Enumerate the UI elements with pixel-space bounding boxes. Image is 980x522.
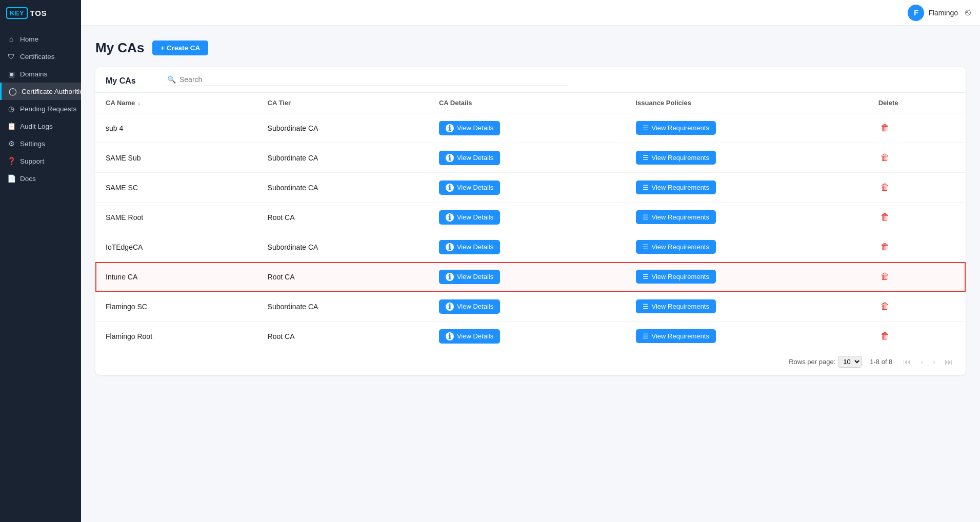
col-issuance-policies: Issuance Policies bbox=[626, 93, 868, 113]
logo-key: KEY bbox=[6, 7, 28, 19]
delete-button-0[interactable]: 🗑 bbox=[878, 121, 892, 135]
view-requirements-button-0[interactable]: ☰ View Requirements bbox=[636, 121, 716, 135]
next-page-button[interactable]: › bbox=[930, 356, 938, 368]
last-page-button[interactable]: ⏭ bbox=[942, 356, 955, 368]
cell-ca-name-1: SAME Sub bbox=[95, 143, 257, 173]
delete-button-7[interactable]: 🗑 bbox=[878, 329, 892, 344]
sidebar-item-settings[interactable]: ⚙ Settings bbox=[0, 135, 81, 152]
trash-icon-5: 🗑 bbox=[881, 271, 890, 282]
nav-icon-certificates: 🛡 bbox=[7, 52, 15, 61]
view-details-button-1[interactable]: ℹ View Details bbox=[439, 151, 500, 165]
sidebar-item-support[interactable]: ❓ Support bbox=[0, 152, 81, 170]
sidebar-item-certificates[interactable]: 🛡 Certificates bbox=[0, 48, 81, 65]
cell-ca-name-7: Flamingo Root bbox=[95, 322, 257, 351]
create-ca-button[interactable]: + Create CA bbox=[152, 41, 208, 55]
prev-page-button[interactable]: ‹ bbox=[918, 356, 926, 368]
view-requirements-button-3[interactable]: ☰ View Requirements bbox=[636, 210, 716, 224]
view-requirements-button-1[interactable]: ☰ View Requirements bbox=[636, 151, 716, 165]
cell-ca-tier-2: Subordinate CA bbox=[257, 173, 429, 203]
cell-delete-0: 🗑 bbox=[868, 113, 966, 143]
card-title: My CAs bbox=[106, 76, 157, 86]
sidebar: KEY TOS ⌂ Home 🛡 Certificates ▣ Domains … bbox=[0, 0, 81, 522]
pagination: Rows per page: 5102550 1-8 of 8 ⏮ ‹ › ⏭ bbox=[95, 351, 966, 370]
user-badge[interactable]: F Flamingo bbox=[908, 5, 958, 21]
sidebar-label-audit-logs: Audit Logs bbox=[20, 123, 53, 130]
col-ca-details: CA Details bbox=[429, 93, 626, 113]
nav-icon-audit-logs: 📋 bbox=[7, 122, 15, 130]
info-icon-2: ℹ bbox=[446, 184, 454, 192]
sidebar-label-pending-requests: Pending Requests bbox=[20, 105, 76, 113]
cell-issuance-policies-3: ☰ View Requirements bbox=[626, 203, 868, 232]
info-icon-3: ℹ bbox=[446, 213, 454, 222]
table-row: SAME Sub Subordinate CA ℹ View Details ☰… bbox=[95, 143, 966, 173]
cell-issuance-policies-5: ☰ View Requirements bbox=[626, 262, 868, 292]
cell-ca-name-2: SAME SC bbox=[95, 173, 257, 203]
cell-ca-name-4: IoTEdgeCA bbox=[95, 232, 257, 262]
delete-button-5[interactable]: 🗑 bbox=[878, 269, 892, 284]
cell-delete-5: 🗑 bbox=[868, 262, 966, 292]
table-row: Flamingo Root Root CA ℹ View Details ☰ V… bbox=[95, 322, 966, 351]
view-details-button-7[interactable]: ℹ View Details bbox=[439, 329, 500, 344]
sidebar-label-certificate-authorities: Certificate Authorities bbox=[22, 88, 81, 95]
search-icon: 🔍 bbox=[167, 75, 176, 84]
cell-delete-7: 🗑 bbox=[868, 322, 966, 351]
sidebar-label-docs: Docs bbox=[20, 175, 36, 183]
requirements-icon-3: ☰ bbox=[643, 213, 649, 221]
requirements-icon-4: ☰ bbox=[643, 243, 649, 251]
sort-icon[interactable]: ↓ bbox=[137, 100, 141, 106]
cell-ca-name-5: Intune CA bbox=[95, 262, 257, 292]
sidebar-item-pending-requests[interactable]: ◷ Pending Requests bbox=[0, 100, 81, 117]
sidebar-item-home[interactable]: ⌂ Home bbox=[0, 30, 81, 48]
view-details-button-6[interactable]: ℹ View Details bbox=[439, 299, 500, 314]
sidebar-item-docs[interactable]: 📄 Docs bbox=[0, 170, 81, 187]
view-details-button-5[interactable]: ℹ View Details bbox=[439, 270, 500, 284]
delete-button-3[interactable]: 🗑 bbox=[878, 210, 892, 225]
cell-delete-3: 🗑 bbox=[868, 203, 966, 232]
view-requirements-button-5[interactable]: ☰ View Requirements bbox=[636, 270, 716, 284]
sidebar-item-certificate-authorities[interactable]: ◯ Certificate Authorities bbox=[0, 83, 81, 100]
search-box: 🔍 bbox=[167, 75, 567, 86]
nav-icon-certificate-authorities: ◯ bbox=[9, 87, 17, 95]
cell-ca-tier-6: Subordinate CA bbox=[257, 292, 429, 322]
view-requirements-button-4[interactable]: ☰ View Requirements bbox=[636, 240, 716, 254]
view-requirements-button-6[interactable]: ☰ View Requirements bbox=[636, 299, 716, 313]
table-row: SAME Root Root CA ℹ View Details ☰ View … bbox=[95, 203, 966, 232]
view-requirements-button-7[interactable]: ☰ View Requirements bbox=[636, 329, 716, 343]
cell-delete-6: 🗑 bbox=[868, 292, 966, 322]
cell-ca-tier-0: Subordinate CA bbox=[257, 113, 429, 143]
logout-button[interactable]: ⎋ bbox=[965, 7, 971, 18]
trash-icon-0: 🗑 bbox=[881, 123, 890, 133]
nav-icon-settings: ⚙ bbox=[7, 139, 15, 148]
search-input[interactable] bbox=[179, 75, 567, 84]
logo[interactable]: KEY TOS bbox=[0, 0, 81, 25]
page-range: 1-8 of 8 bbox=[870, 358, 892, 366]
sidebar-item-domains[interactable]: ▣ Domains bbox=[0, 65, 81, 83]
cell-ca-details-0: ℹ View Details bbox=[429, 113, 626, 143]
cell-issuance-policies-0: ☰ View Requirements bbox=[626, 113, 868, 143]
delete-button-1[interactable]: 🗑 bbox=[878, 150, 892, 165]
rows-per-page-select[interactable]: 5102550 bbox=[838, 356, 862, 368]
sidebar-nav: ⌂ Home 🛡 Certificates ▣ Domains ◯ Certif… bbox=[0, 30, 81, 522]
nav-icon-domains: ▣ bbox=[7, 70, 15, 78]
sidebar-label-support: Support bbox=[20, 157, 44, 165]
delete-button-6[interactable]: 🗑 bbox=[878, 299, 892, 314]
cell-delete-1: 🗑 bbox=[868, 143, 966, 173]
view-details-button-2[interactable]: ℹ View Details bbox=[439, 180, 500, 195]
cell-ca-details-7: ℹ View Details bbox=[429, 322, 626, 351]
logo-tos: TOS bbox=[30, 9, 47, 17]
first-page-button[interactable]: ⏮ bbox=[901, 356, 914, 368]
cell-delete-4: 🗑 bbox=[868, 232, 966, 262]
delete-button-2[interactable]: 🗑 bbox=[878, 180, 892, 195]
cell-ca-name-0: sub 4 bbox=[95, 113, 257, 143]
view-details-button-4[interactable]: ℹ View Details bbox=[439, 240, 500, 254]
view-details-button-0[interactable]: ℹ View Details bbox=[439, 121, 500, 135]
page-header: My CAs + Create CA bbox=[95, 40, 966, 56]
delete-button-4[interactable]: 🗑 bbox=[878, 239, 892, 254]
sidebar-item-audit-logs[interactable]: 📋 Audit Logs bbox=[0, 117, 81, 135]
view-details-button-3[interactable]: ℹ View Details bbox=[439, 210, 500, 225]
cell-ca-name-6: Flamingo SC bbox=[95, 292, 257, 322]
sidebar-label-certificates: Certificates bbox=[20, 53, 55, 61]
card-header: My CAs 🔍 bbox=[95, 67, 966, 93]
col-delete: Delete bbox=[868, 93, 966, 113]
view-requirements-button-2[interactable]: ☰ View Requirements bbox=[636, 180, 716, 194]
